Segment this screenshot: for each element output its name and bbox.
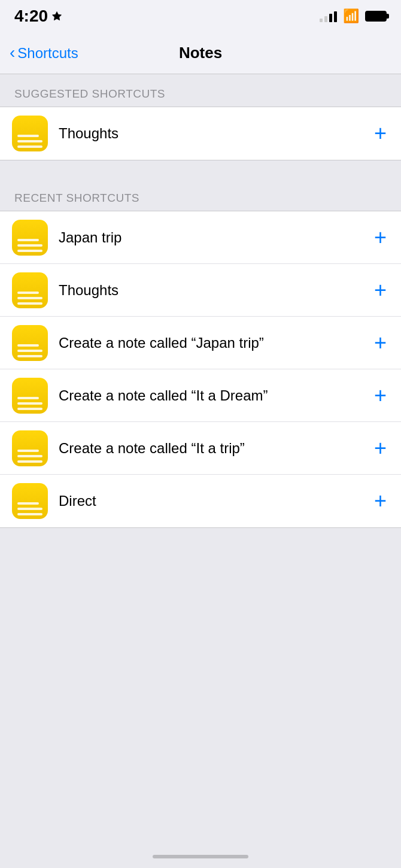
status-bar: 4:20 📶 — [0, 0, 401, 32]
item-label: Create a note called “It a Dream” — [59, 387, 361, 404]
notes-app-icon — [12, 325, 48, 361]
list-item: Direct + — [0, 475, 401, 527]
add-button[interactable]: + — [372, 123, 389, 144]
item-label: Direct — [59, 493, 361, 509]
add-button[interactable]: + — [372, 385, 389, 406]
list-item: Create a note called “Japan trip” + — [0, 317, 401, 369]
page-title: Notes — [179, 44, 222, 62]
notes-app-icon — [12, 483, 48, 519]
battery-icon — [365, 11, 387, 22]
add-button[interactable]: + — [372, 490, 389, 512]
wifi-icon: 📶 — [343, 8, 359, 24]
nav-bar: ‹ Shortcuts Notes — [0, 32, 401, 74]
list-item: Thoughts + — [0, 107, 401, 160]
location-icon — [51, 11, 62, 22]
item-label: Thoughts — [59, 282, 361, 299]
status-time: 4:20 — [14, 7, 62, 26]
list-item: Thoughts + — [0, 264, 401, 317]
notes-app-icon — [12, 220, 48, 256]
item-label: Create a note called “Japan trip” — [59, 335, 361, 351]
add-button[interactable]: + — [372, 438, 389, 459]
recent-shortcuts-list: Japan trip + Thoughts + Create a note ca… — [0, 211, 401, 528]
notes-app-icon — [12, 116, 48, 151]
notes-app-icon — [12, 272, 48, 308]
chevron-left-icon: ‹ — [10, 44, 15, 61]
item-label: Create a note called “It a trip” — [59, 440, 361, 457]
list-item: Create a note called “It a trip” + — [0, 422, 401, 475]
add-button[interactable]: + — [372, 332, 389, 354]
back-label[interactable]: Shortcuts — [17, 45, 78, 62]
add-button[interactable]: + — [372, 227, 389, 248]
suggested-shortcuts-list: Thoughts + — [0, 107, 401, 160]
notes-app-icon — [12, 378, 48, 414]
list-item: Japan trip + — [0, 211, 401, 264]
suggested-shortcuts-header: SUGGESTED SHORTCUTS — [0, 74, 401, 107]
item-label: Thoughts — [59, 125, 361, 142]
status-icons: 📶 — [320, 8, 387, 24]
signal-icon — [320, 10, 337, 22]
home-indicator — [153, 855, 248, 858]
spacer — [0, 160, 401, 178]
item-label: Japan trip — [59, 229, 361, 246]
back-button[interactable]: ‹ Shortcuts — [10, 45, 78, 62]
recent-shortcuts-header: RECENT SHORTCUTS — [0, 178, 401, 211]
notes-app-icon — [12, 430, 48, 466]
list-item: Create a note called “It a Dream” + — [0, 369, 401, 422]
add-button[interactable]: + — [372, 280, 389, 301]
